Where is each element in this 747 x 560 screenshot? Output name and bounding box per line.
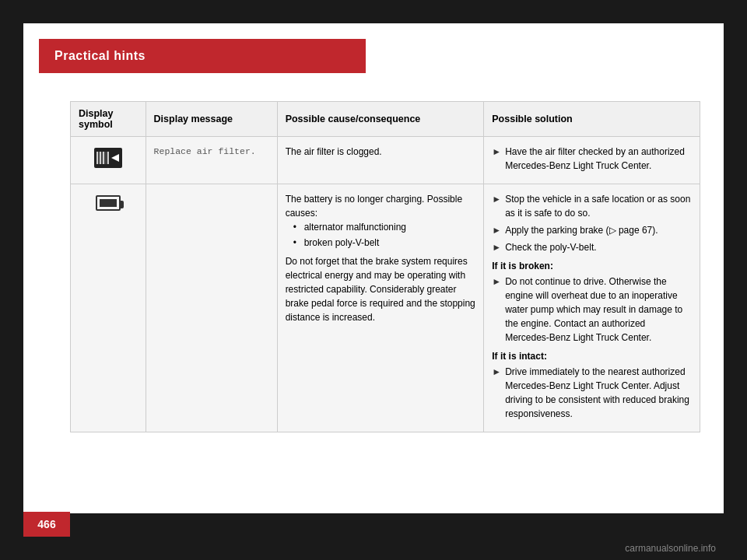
solution-text-1: Stop the vehicle in a safe location or a… xyxy=(505,192,692,220)
col-display-symbol: Display symbol xyxy=(71,102,146,137)
table-header-row: Display symbol Display message Possible … xyxy=(71,102,700,137)
cause-bullets: alternator malfunctioning broken poly-V-… xyxy=(286,220,476,250)
solution-broken-item: ► Do not continue to drive. Otherwise th… xyxy=(492,275,692,345)
table-row: Replace air filter. The air filter is cl… xyxy=(71,137,700,184)
message-cell-battery xyxy=(146,184,277,432)
cause-cell-airfilter: The air filter is clogged. xyxy=(277,137,484,184)
arrow-icon: ► xyxy=(492,240,501,254)
message-text: Replace air filter. xyxy=(154,146,256,156)
solution-text-2: Apply the parking brake (▷ page 67). xyxy=(505,223,658,237)
col-cause: Possible cause/consequence xyxy=(277,102,484,137)
cause-bullet-1: alternator malfunctioning xyxy=(293,220,476,234)
col-display-message: Display message xyxy=(146,102,277,137)
battery-icon xyxy=(96,195,121,211)
hints-table: Display symbol Display message Possible … xyxy=(70,101,700,432)
cause-intro: The battery is no longer charging. Possi… xyxy=(286,192,476,220)
solution-broken-text: Do not continue to drive. Otherwise the … xyxy=(505,275,692,345)
if-broken-label: If it is broken: xyxy=(492,259,692,273)
arrow-icon: ► xyxy=(492,275,501,289)
solution-cell-airfilter: ► Have the air filter checked by an auth… xyxy=(484,137,700,184)
cause-text: The air filter is clogged. xyxy=(286,146,382,157)
watermark-text: carmanualsonline.info xyxy=(625,543,716,554)
solution-text: Have the air filter checked by an author… xyxy=(505,145,692,173)
solution-item: ► Have the air filter checked by an auth… xyxy=(492,145,692,173)
symbol-cell-airfilter xyxy=(71,137,146,184)
table-row: The battery is no longer charging. Possi… xyxy=(71,184,700,432)
solution-text-3: Check the poly-V-belt. xyxy=(505,240,596,254)
arrow-icon: ► xyxy=(492,145,501,159)
svg-rect-1 xyxy=(97,152,108,164)
solution-item-1: ► Stop the vehicle in a safe location or… xyxy=(492,192,692,220)
page-title: Practical hints xyxy=(54,49,146,63)
page-number: 466 xyxy=(23,512,70,537)
airfilter-icon xyxy=(94,148,122,168)
arrow-icon: ► xyxy=(492,192,501,206)
col-solution: Possible solution xyxy=(484,102,700,137)
arrow-icon: ► xyxy=(492,365,501,379)
solution-item-3: ► Check the poly-V-belt. xyxy=(492,240,692,254)
solution-item-2: ► Apply the parking brake (▷ page 67). xyxy=(492,223,692,237)
cause-bullet-2: broken poly-V-belt xyxy=(293,236,476,250)
header-bar: Practical hints xyxy=(39,39,366,73)
content-area: Display symbol Display message Possible … xyxy=(70,101,700,432)
message-cell-airfilter: Replace air filter. xyxy=(146,137,277,184)
arrow-icon: ► xyxy=(492,223,501,237)
symbol-cell-battery xyxy=(71,184,146,432)
cause-cell-battery: The battery is no longer charging. Possi… xyxy=(277,184,484,432)
solution-intact-item: ► Drive immediately to the nearest autho… xyxy=(492,365,692,421)
solution-cell-battery: ► Stop the vehicle in a safe location or… xyxy=(484,184,700,432)
solution-intact-text: Drive immediately to the nearest authori… xyxy=(505,365,692,421)
if-intact-label: If it is intact: xyxy=(492,349,692,363)
cause-note: Do not forget that the brake system requ… xyxy=(286,254,476,324)
